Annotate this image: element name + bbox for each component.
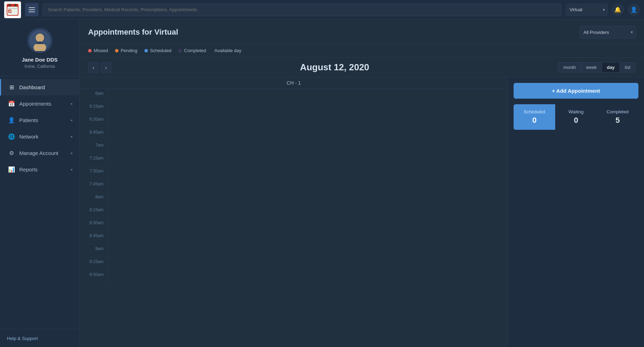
time-content [108, 128, 508, 140]
time-slot: 7:15am [80, 154, 508, 167]
search-input[interactable] [43, 3, 561, 16]
sidebar: Jane Doe DDS Irvine, California ⊞ Dashbo… [0, 20, 80, 347]
view-week-button[interactable]: week [581, 63, 602, 72]
legend-scheduled: Scheduled [144, 48, 171, 53]
time-content [108, 115, 508, 127]
time-slot: 7am [80, 141, 508, 154]
sidebar-item-label: Patients [19, 117, 38, 123]
completed-dot [178, 49, 182, 52]
next-button[interactable]: › [101, 62, 111, 73]
view-buttons: month week day list [558, 62, 636, 72]
time-slot: 8:45am [80, 231, 508, 244]
app-logo [4, 1, 21, 18]
time-label: 9:30am [80, 270, 108, 279]
time-label: 7:30am [80, 167, 108, 176]
profile-name: Jane Doe DDS [22, 57, 58, 63]
add-appointment-button[interactable]: + Add Appointment [514, 83, 638, 99]
time-content [108, 231, 508, 244]
avatar [27, 28, 52, 53]
stats-row: Scheduled 0 Waiting 0 Completed 5 [514, 104, 638, 130]
time-label: 9am [80, 244, 108, 253]
sidebar-item-patients[interactable]: 👤 Patients ◂ [0, 112, 79, 128]
layout: Jane Doe DDS Irvine, California ⊞ Dashbo… [0, 20, 644, 347]
chevron-right-icon: ◂ [70, 151, 72, 155]
sidebar-item-reports[interactable]: 📊 Reports ◂ [0, 161, 79, 178]
schedule-scroll[interactable]: 6am 6:15am 6:30am 6:45am [80, 89, 508, 347]
calendar-header: ‹ › August 12, 2020 month week day list [80, 58, 644, 77]
scheduled-dot [144, 49, 148, 52]
virtual-select[interactable]: Virtual [566, 4, 608, 16]
sidebar-item-label: Manage Account [19, 150, 58, 156]
prev-button[interactable]: ‹ [88, 62, 99, 73]
time-label: 8:15am [80, 205, 108, 214]
svg-rect-7 [8, 9, 12, 13]
chevron-right-icon: ◂ [70, 118, 72, 122]
sidebar-nav: ⊞ Dashboard 📅 Appointments ◂ 👤 Patients … [0, 76, 79, 329]
time-content [108, 167, 508, 179]
time-slot: 7:30am [80, 167, 508, 179]
time-label: 6:15am [80, 102, 108, 111]
provider-select-wrapper: All Providers [580, 26, 636, 38]
user-profile-button[interactable]: 👤 [628, 4, 640, 16]
time-label: 8:45am [80, 231, 108, 240]
time-slot: 6:15am [80, 102, 508, 115]
time-label: 6:45am [80, 128, 108, 137]
time-slot: 8:30am [80, 218, 508, 231]
time-content [108, 257, 508, 270]
notification-button[interactable]: 🔔 [612, 4, 624, 16]
time-slot: 9:15am [80, 257, 508, 270]
time-label: 6am [80, 89, 108, 98]
sidebar-profile: Jane Doe DDS Irvine, California [0, 20, 79, 76]
time-content [108, 270, 508, 283]
right-panel: + Add Appointment Scheduled 0 Waiting 0 … [508, 77, 644, 347]
scheduled-label: Scheduled [517, 109, 552, 114]
completed-value: 5 [600, 116, 635, 125]
topbar: Virtual 🔔 👤 [0, 0, 644, 20]
waiting-stat: Waiting 0 [555, 104, 597, 130]
page-title: Appointments for Virtual [88, 28, 178, 37]
available-day-label: Available day [214, 48, 241, 53]
topbar-right: Virtual 🔔 👤 [566, 4, 640, 16]
svg-rect-6 [8, 8, 17, 9]
view-list-button[interactable]: list [620, 63, 635, 72]
sidebar-item-appointments[interactable]: 📅 Appointments ◂ [0, 95, 79, 112]
time-content [108, 192, 508, 205]
view-day-button[interactable]: day [602, 63, 620, 72]
time-content [108, 102, 508, 114]
legend-pending-label: Pending [121, 48, 137, 53]
menu-button[interactable] [25, 3, 38, 16]
time-slot: 8:15am [80, 205, 508, 218]
help-support-link[interactable]: Help & Support [7, 336, 38, 341]
waiting-label: Waiting [559, 109, 593, 114]
waiting-value: 0 [559, 116, 593, 125]
provider-select[interactable]: All Providers [580, 26, 636, 38]
legend-completed-label: Completed [184, 48, 206, 53]
chevron-right-icon: ◂ [70, 101, 72, 106]
completed-label: Completed [600, 109, 635, 114]
legend-scheduled-label: Scheduled [150, 48, 171, 53]
time-content [108, 244, 508, 257]
time-label: 6:30am [80, 115, 108, 124]
sidebar-item-label: Reports [19, 167, 38, 172]
legend-completed: Completed [178, 48, 206, 53]
time-slot: 7:45am [80, 179, 508, 192]
sidebar-footer: Help & Support [0, 329, 79, 347]
page-header: Appointments for Virtual All Providers [80, 20, 644, 44]
sidebar-item-label: Network [19, 134, 38, 140]
time-content [108, 218, 508, 231]
sidebar-item-manage-account[interactable]: ⚙ Manage Account ◂ [0, 145, 79, 161]
reports-icon: 📊 [8, 166, 15, 173]
sidebar-item-dashboard[interactable]: ⊞ Dashboard [0, 79, 79, 95]
time-slot: 6:30am [80, 115, 508, 128]
sidebar-item-network[interactable]: 🌐 Network ◂ [0, 128, 79, 145]
chevron-right-icon: ◂ [70, 134, 72, 139]
view-month-button[interactable]: month [558, 63, 581, 72]
resource-header: CH - 1 [80, 77, 508, 89]
chevron-right-icon: ◂ [70, 167, 72, 172]
legend-missed-label: Missed [94, 48, 108, 53]
pending-dot [115, 49, 119, 52]
legend-missed: Missed [88, 48, 108, 53]
network-icon: 🌐 [8, 133, 15, 140]
svg-point-9 [36, 34, 44, 42]
time-slot: 6:45am [80, 128, 508, 141]
